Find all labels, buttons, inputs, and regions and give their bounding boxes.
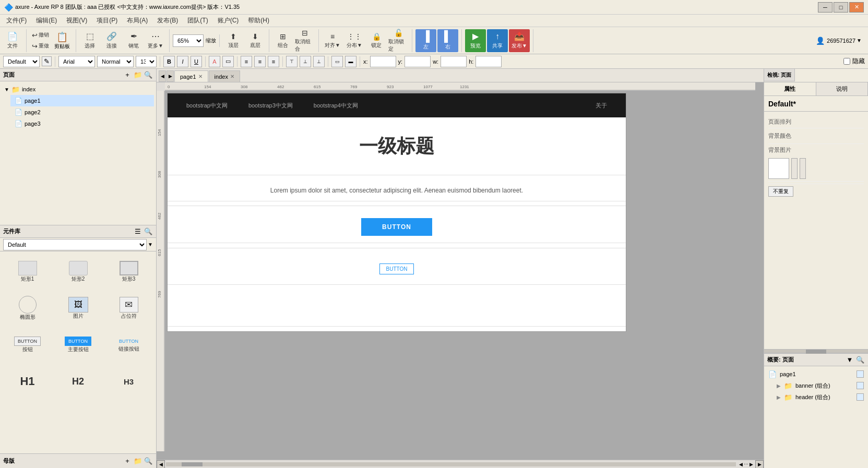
overview-header[interactable]: ▶ 📁 header (组合)	[766, 391, 866, 403]
overview-banner-expand[interactable]: ▶	[777, 383, 781, 389]
scroll-page-nav-left[interactable]: ◀	[739, 462, 743, 467]
publish-button[interactable]: 📤 发布▼	[509, 29, 530, 52]
canvas-nav-left[interactable]: ◀	[159, 70, 166, 82]
tab-page1-close[interactable]: ✕	[198, 74, 203, 79]
add-folder-button[interactable]: 📁	[133, 70, 142, 80]
comp-h3[interactable]: H3	[103, 363, 154, 400]
add-mother-button[interactable]: +	[123, 457, 132, 466]
comp-h1[interactable]: H1	[2, 363, 53, 400]
left-col-button[interactable]: ▐ 左	[415, 29, 436, 52]
comp-ellipse[interactable]: 椭圆形	[2, 290, 53, 327]
right-mid-thumb[interactable]	[806, 350, 827, 354]
overview-header-vis[interactable]	[857, 393, 864, 401]
tab-page1[interactable]: page1 ✕	[174, 70, 208, 82]
group-button[interactable]: ⊞ 组合	[272, 29, 293, 52]
page-style-select[interactable]: Default	[3, 56, 40, 67]
bg-img-placeholder[interactable]	[768, 158, 789, 179]
nav-link-bootstrap4[interactable]: bootstrap4中文网	[303, 93, 368, 117]
menu-account[interactable]: 账户(C)	[213, 15, 243, 26]
add-page-button[interactable]: +	[123, 70, 132, 80]
align-center-button[interactable]: ≡	[254, 56, 266, 67]
tab-description[interactable]: 说明	[816, 82, 869, 95]
comp-rect3[interactable]: 矩形3	[103, 254, 154, 290]
unlock-button[interactable]: 🔓 取消锁定	[388, 29, 409, 52]
lock-button[interactable]: 🔒 锁定	[366, 29, 387, 52]
design-button[interactable]: BUTTON	[361, 218, 432, 236]
h-input[interactable]	[475, 56, 502, 67]
font-select[interactable]: Arial	[58, 56, 95, 67]
ungroup-button[interactable]: ⊟ 取消组合	[294, 29, 315, 52]
menu-file[interactable]: 文件(F)	[2, 15, 31, 26]
menu-layout[interactable]: 布局(A)	[123, 15, 152, 26]
tab-properties[interactable]: 属性	[764, 82, 816, 95]
select-button[interactable]: ⬚ 选择	[79, 29, 100, 52]
valign-mid-button[interactable]: ⊥	[300, 56, 311, 67]
hide-checkbox[interactable]	[843, 58, 850, 65]
tab-index[interactable]: index ✕	[209, 70, 240, 82]
page2-item[interactable]: 📄 page2	[10, 106, 154, 118]
menu-view[interactable]: 视图(V)	[62, 15, 91, 26]
fill-color-picker[interactable]: ▭	[222, 56, 234, 67]
x-input[interactable]	[370, 56, 396, 67]
nav-link-about[interactable]: 关于	[585, 93, 617, 117]
menu-project[interactable]: 项目(P)	[92, 15, 122, 26]
overview-filter-button[interactable]: ▼	[845, 355, 854, 365]
pages-root-folder[interactable]: ▼ 📁 index	[2, 83, 154, 95]
close-button[interactable]: ✕	[849, 2, 864, 13]
align-right-button[interactable]: ≡	[268, 56, 279, 67]
underline-button[interactable]: U	[191, 56, 202, 67]
restore-button[interactable]: □	[834, 2, 848, 13]
right-col-button[interactable]: ▌ 右	[437, 29, 458, 52]
hscroll-track[interactable]	[166, 462, 736, 466]
canvas-nav-right[interactable]: ▶	[167, 70, 174, 82]
scroll-page-nav-right[interactable]: ▶	[750, 462, 753, 467]
shadow-button[interactable]: ▬	[345, 56, 356, 67]
undo-button[interactable]: ↩ 撤销	[30, 30, 51, 40]
comp-button[interactable]: BUTTON 按钮	[2, 327, 53, 363]
comp-primary-button[interactable]: BUTTON 主要按钮	[53, 327, 103, 363]
canvas-content[interactable]: 0 154 308 462 615 769 923 1077 1231 154 …	[157, 82, 764, 460]
redo-button[interactable]: ↪ 重做	[30, 41, 51, 51]
hscroll-left-btn[interactable]: ◀	[157, 460, 165, 469]
overview-page1[interactable]: 📄 page1	[766, 368, 866, 380]
design-small-button[interactable]: BUTTON	[379, 263, 414, 274]
menu-publish[interactable]: 发布(B)	[153, 15, 182, 26]
connect-button[interactable]: 🔗 连接	[101, 29, 122, 52]
comp-h2[interactable]: H2	[53, 363, 103, 400]
share-button[interactable]: ↑ 共享	[487, 29, 508, 52]
comp-rect1[interactable]: 矩形1	[2, 254, 53, 290]
preview-button[interactable]: ▶ 预览	[465, 29, 486, 52]
zoom-select[interactable]: 65% 100% 50%	[173, 34, 204, 47]
bold-button[interactable]: B	[163, 56, 175, 67]
italic-button[interactable]: I	[177, 56, 188, 67]
hscroll-thumb[interactable]	[182, 462, 203, 466]
user-dropdown-icon[interactable]: ▼	[857, 38, 862, 43]
align-left-button[interactable]: ≡	[241, 56, 252, 67]
y-input[interactable]	[405, 56, 431, 67]
valign-top-button[interactable]: ⊤	[286, 56, 298, 67]
size-select[interactable]: 13	[136, 56, 157, 67]
more-button[interactable]: ⋯ 更多▼	[145, 29, 166, 52]
comp-rect2[interactable]: 矩形2	[53, 254, 103, 290]
components-dropdown[interactable]: Default	[3, 239, 147, 250]
nav-link-bootstrap[interactable]: bootstrap中文网	[176, 93, 238, 117]
page3-item[interactable]: 📄 page3	[10, 118, 154, 129]
search-components-button[interactable]: 🔍	[144, 227, 153, 236]
top-layer-button[interactable]: ⬆ 顶层	[223, 29, 244, 52]
nav-link-bootstrap3[interactable]: bootstrap3中文网	[238, 93, 303, 117]
overview-page1-vis[interactable]	[857, 370, 864, 378]
pen-button[interactable]: ✒ 钢笔	[123, 29, 144, 52]
search-mother-button[interactable]: 🔍	[144, 457, 153, 466]
hscroll-right-btn[interactable]: ▶	[755, 460, 764, 469]
no-repeat-button[interactable]: 不重复	[768, 186, 793, 197]
align-button[interactable]: ≡ 对齐▼	[322, 29, 343, 52]
add-mother-folder-button[interactable]: 📁	[133, 457, 142, 466]
menu-edit[interactable]: 编辑(E)	[32, 15, 61, 26]
distribute-button[interactable]: ⋮⋮ 分布▼	[344, 29, 365, 52]
page1-item[interactable]: 📄 page1	[10, 95, 154, 106]
w-input[interactable]	[441, 56, 467, 67]
comp-link-button[interactable]: BUTTON 链接按钮	[103, 327, 154, 363]
valign-bot-button[interactable]: ⊥	[313, 56, 325, 67]
overview-banner-vis[interactable]	[857, 382, 864, 389]
overview-search-button[interactable]: 🔍	[855, 355, 865, 365]
